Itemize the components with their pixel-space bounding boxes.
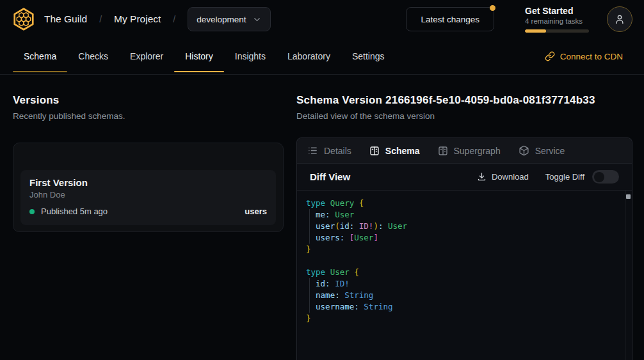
code-scrollbar-thumb[interactable] xyxy=(626,194,631,199)
nav-tab-history[interactable]: History xyxy=(174,38,224,74)
detail-tab-label: Details xyxy=(324,146,351,156)
code-line xyxy=(306,255,616,267)
code-token: User xyxy=(335,210,354,219)
connect-to-cdn-label: Connect to CDN xyxy=(560,52,623,61)
detail-tab-label: Supergraph xyxy=(454,146,501,156)
version-detail-title: Schema Version 2166196f-5e10-4059-bd0a-0… xyxy=(296,94,632,107)
version-detail-subtitle: Detailed view of the schema version xyxy=(296,111,632,121)
code-token xyxy=(306,210,316,219)
code-token: User xyxy=(388,221,407,231)
app-window: The Guild / My Project / development Lat… xyxy=(0,0,644,360)
detail-tab-details[interactable]: Details xyxy=(307,145,351,156)
get-started-title: Get Started xyxy=(525,6,589,16)
nav-tab-laboratory[interactable]: Laboratory xyxy=(277,38,341,74)
code-token: User xyxy=(354,233,373,242)
user-icon xyxy=(614,13,625,25)
connect-to-cdn-link[interactable]: Connect to CDN xyxy=(545,51,623,61)
breadcrumb-org[interactable]: The Guild xyxy=(44,13,87,25)
code-token xyxy=(383,221,388,231)
code-token: ID! xyxy=(359,221,374,231)
hive-logo-icon[interactable] xyxy=(12,7,36,31)
top-header: The Guild / My Project / development Lat… xyxy=(0,0,644,38)
code-token: String xyxy=(364,302,392,311)
nav-tabs: SchemaChecksExplorerHistoryInsightsLabor… xyxy=(13,38,396,74)
detail-tab-schema[interactable]: Schema xyxy=(369,146,420,156)
code-token xyxy=(354,221,359,231)
indent-guide xyxy=(309,290,310,301)
code-line: users: [User] xyxy=(306,232,616,244)
code-token: username: xyxy=(316,302,359,311)
target-nav: SchemaChecksExplorerHistoryInsightsLabor… xyxy=(0,38,644,75)
code-token xyxy=(354,198,359,208)
diff-toolbar: Diff View Download Toggle Diff xyxy=(297,164,632,191)
code-token xyxy=(306,279,316,288)
code-token: name: xyxy=(316,290,340,300)
code-token: ) xyxy=(373,221,378,231)
code-token xyxy=(325,198,330,208)
breadcrumb: The Guild / My Project / development xyxy=(44,7,271,31)
download-button[interactable]: Download xyxy=(477,172,529,182)
user-avatar-button[interactable] xyxy=(607,6,632,32)
breadcrumb-project[interactable]: My Project xyxy=(114,13,161,25)
breadcrumb-separator: / xyxy=(173,14,175,24)
detail-tab-service[interactable]: Service xyxy=(519,145,565,156)
version-name: First Version xyxy=(29,177,267,188)
columns-icon xyxy=(369,146,380,156)
version-status: Published 5m ago xyxy=(41,207,108,216)
code-line: user(id: ID!): User xyxy=(306,221,616,232)
code-token xyxy=(306,290,316,300)
code-token xyxy=(306,302,316,311)
code-token: users: xyxy=(316,233,344,242)
code-token: } xyxy=(306,313,311,323)
code-token: ] xyxy=(373,233,378,242)
code-token: me: xyxy=(316,210,330,219)
chevron-down-icon xyxy=(252,15,262,24)
code-line: type Query { xyxy=(306,198,616,209)
versions-title: Versions xyxy=(13,94,284,107)
breadcrumb-separator: / xyxy=(99,14,102,24)
code-token: ID! xyxy=(335,279,350,288)
versions-subtitle: Recently published schemas. xyxy=(13,111,284,121)
toggle-knob xyxy=(594,172,604,182)
get-started-progress-fill xyxy=(525,29,546,33)
code-line: } xyxy=(306,313,616,324)
code-token: ( xyxy=(335,221,340,231)
nav-tab-insights[interactable]: Insights xyxy=(224,38,277,74)
indent-guide xyxy=(309,278,310,290)
code-token: String xyxy=(344,290,373,300)
code-token xyxy=(325,267,330,277)
diff-view-title: Diff View xyxy=(310,171,350,182)
nav-tab-label: Checks xyxy=(78,51,108,61)
toggle-diff-label: Toggle Diff xyxy=(545,172,584,182)
code-token: { xyxy=(354,267,359,277)
nav-tab-underline xyxy=(174,71,224,72)
nav-tab-checks[interactable]: Checks xyxy=(67,38,119,74)
nav-tab-schema[interactable]: Schema xyxy=(13,38,67,74)
code-token: id: xyxy=(340,221,355,231)
get-started-widget[interactable]: Get Started 4 remaining tasks xyxy=(525,6,589,33)
code-token: id: xyxy=(316,279,330,288)
nav-tab-label: Laboratory xyxy=(287,51,330,61)
detail-tab-supergraph[interactable]: Supergraph xyxy=(438,146,501,156)
target-dropdown[interactable]: development xyxy=(188,7,270,31)
latest-changes-button[interactable]: Latest changes xyxy=(406,7,494,31)
schema-code-viewer[interactable]: type Query { me: User user(id: ID!): Use… xyxy=(297,191,632,360)
nav-tab-settings[interactable]: Settings xyxy=(341,38,396,74)
nav-tab-explorer[interactable]: Explorer xyxy=(119,38,174,74)
code-line: type User { xyxy=(306,267,616,278)
nav-tab-underline xyxy=(13,71,67,72)
code-scrollbar[interactable] xyxy=(625,191,632,360)
version-detail-panel: Schema Version 2166196f-5e10-4059-bd0a-0… xyxy=(296,75,632,360)
download-icon xyxy=(477,172,487,182)
version-detail-tabs: DetailsSchemaSupergraphService xyxy=(297,138,632,164)
latest-changes-label: Latest changes xyxy=(421,15,479,24)
link-icon xyxy=(545,51,555,61)
versions-panel: Versions Recently published schemas. Fir… xyxy=(0,75,296,360)
detail-tab-label: Schema xyxy=(385,146,420,156)
code-token xyxy=(306,221,316,231)
toggle-diff-switch[interactable] xyxy=(592,170,619,184)
published-status-dot xyxy=(29,209,35,214)
indent-guide xyxy=(309,209,310,221)
get-started-progressbar xyxy=(525,29,589,33)
version-list-item[interactable]: First Version John Doe Published 5m ago … xyxy=(20,170,276,225)
